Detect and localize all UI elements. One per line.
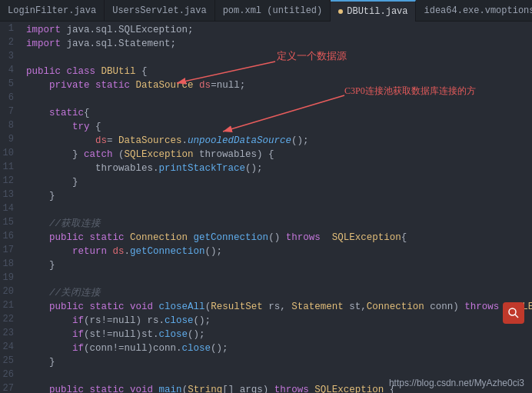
tab-label: DBUtil.java [347,6,407,17]
code-line: } [26,175,526,189]
code-line: static{ [26,106,526,120]
search-button[interactable] [503,302,524,324]
code-line: public class DBUtil { [26,65,526,78]
code-line: throwables.printStackTrace(); [26,162,526,175]
code-line: ds= DataSources.unpooledDataSource(); [26,134,526,148]
tab-users-servlet[interactable]: UsersServlet.java [105,0,214,22]
code-line: if(st!=null)st.close(); [26,328,526,341]
code-line: if(conn!=null)conn.close(); [26,341,526,355]
tab-bar: LoginFilter.java UsersServlet.java pom.x… [0,0,532,22]
code-line: try { [26,120,526,134]
tab-vmoptions[interactable]: idea64.exe.vmoptions [416,0,532,22]
code-line [26,51,526,65]
svg-point-3 [509,308,516,315]
tab-login-filter[interactable]: LoginFilter.java [0,0,105,22]
tab-label: LoginFilter.java [8,5,96,16]
watermark: https://blog.csdn.net/MyAzhe0ci3 [389,378,524,388]
tab-dot [338,9,343,14]
code-line: } [26,355,526,369]
code-line [26,203,526,217]
search-icon [507,307,520,319]
line-numbers: 12345 678910 1112131415 1617181920 21222… [0,22,17,393]
code-line: import java.sql.Statement; [26,37,526,51]
tab-label: pom.xml (untitled) [223,5,323,16]
code-line: if(rs!=null) rs.close(); [26,314,526,328]
tab-label: idea64.exe.vmoptions [424,5,532,16]
code-line [26,92,526,106]
code-line: //关闭连接 [26,286,526,300]
code-line: public static void closeAll(ResultSet rs… [26,300,526,314]
code-line: } [26,189,526,203]
code-line: //获取连接 [26,217,526,231]
code-line [26,272,526,286]
tab-pom-xml[interactable]: pom.xml (untitled) [215,0,331,22]
svg-line-4 [515,315,518,318]
tab-dbutil[interactable]: DBUtil.java [331,0,416,22]
code-line: } catch (SQLException throwables) { [26,148,526,162]
code-line: public static Connection getConnection()… [26,231,526,245]
code-line: import java.sql.SQLException; [26,23,526,37]
code-line: private static DataSource ds=null; [26,78,526,92]
code-area: 12345 678910 1112131415 1617181920 21222… [0,22,532,393]
code-content: import java.sql.SQLException; import jav… [20,22,532,393]
tab-label: UsersServlet.java [112,5,206,16]
code-line: return ds.getConnection(); [26,245,526,258]
code-line: } [26,258,526,272]
